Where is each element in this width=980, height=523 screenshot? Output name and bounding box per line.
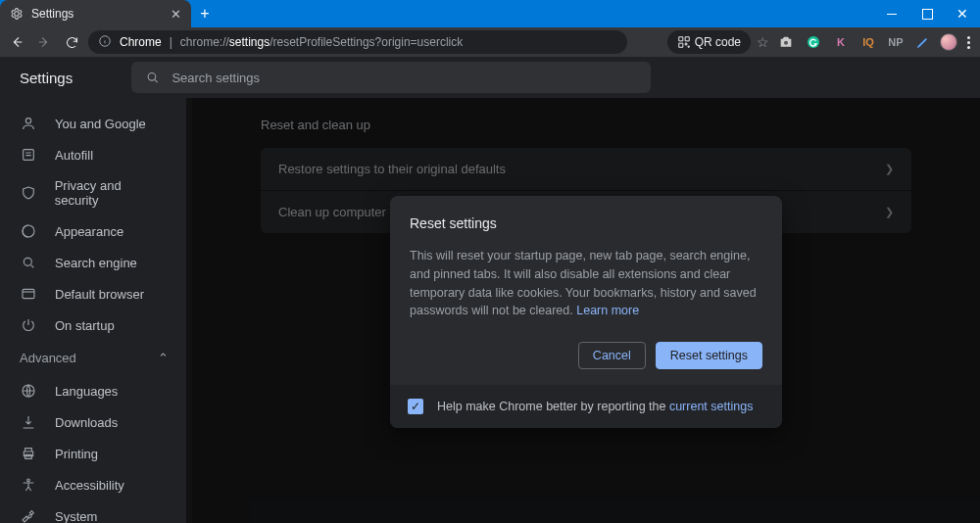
sidebar-item-label: Autofill: [55, 148, 93, 163]
settings-header: Settings: [0, 57, 980, 98]
sidebar-item-shield[interactable]: Privacy and security: [0, 170, 186, 215]
download-icon: [20, 414, 37, 430]
forward-button[interactable]: [33, 31, 55, 53]
sidebar-item-download[interactable]: Downloads: [0, 406, 186, 438]
learn-more-link[interactable]: Learn more: [576, 304, 639, 317]
sidebar-item-browser[interactable]: Default browser: [0, 278, 186, 309]
extension-pen-icon[interactable]: [912, 31, 934, 53]
reload-icon: [65, 35, 79, 50]
cancel-button[interactable]: Cancel: [578, 342, 646, 369]
settings-content: Reset and clean up Restore settings to t…: [192, 98, 980, 523]
sidebar-item-label: Search engine: [55, 256, 137, 270]
sidebar-item-label: System: [55, 509, 97, 524]
sidebar-item-globe[interactable]: Languages: [0, 375, 186, 406]
tab-strip: Settings ✕ + ✕: [0, 0, 980, 27]
settings-search-input[interactable]: [170, 70, 637, 86]
sidebar-item-label: Accessibility: [55, 478, 124, 493]
extension-iq[interactable]: IQ: [858, 31, 879, 53]
window-minimize-button[interactable]: [874, 0, 909, 27]
extension-grammarly-icon[interactable]: [803, 31, 824, 53]
tab-close-icon[interactable]: ✕: [171, 7, 181, 22]
window-maximize-button[interactable]: [909, 0, 945, 27]
svg-point-1: [784, 41, 788, 45]
reset-settings-button[interactable]: Reset settings: [656, 342, 762, 369]
sidebar-item-autofill[interactable]: Autofill: [0, 139, 186, 170]
report-checkbox[interactable]: ✓: [408, 399, 423, 414]
shield-icon: [20, 185, 37, 201]
svg-point-3: [148, 73, 156, 81]
chevron-up-icon: ⌃: [158, 351, 169, 365]
sidebar-item-appearance[interactable]: Appearance: [0, 215, 186, 247]
profile-avatar[interactable]: [940, 33, 957, 51]
autofill-icon: [20, 147, 37, 163]
svg-point-7: [24, 258, 31, 265]
settings-title: Settings: [20, 70, 73, 86]
person-icon: [20, 116, 37, 131]
search-icon: [20, 255, 37, 270]
a11y-icon: [20, 477, 37, 493]
sidebar-advanced-toggle[interactable]: Advanced ⌃: [0, 341, 186, 375]
chrome-menu-button[interactable]: [963, 36, 974, 49]
url-divider: |: [170, 35, 172, 49]
svg-point-4: [25, 119, 30, 123]
wrench-icon: [20, 508, 37, 523]
sidebar-item-label: Downloads: [55, 415, 118, 430]
qr-icon: [677, 35, 691, 49]
settings-sidebar: You and GoogleAutofillPrivacy and securi…: [0, 98, 186, 523]
svg-point-10: [27, 479, 30, 482]
gear-icon: [10, 7, 24, 21]
new-tab-button[interactable]: +: [191, 0, 219, 27]
sidebar-item-a11y[interactable]: Accessibility: [0, 469, 186, 500]
browser-icon: [20, 286, 37, 302]
appearance-icon: [20, 223, 37, 239]
sidebar-item-print[interactable]: Printing: [0, 438, 186, 469]
search-icon: [145, 70, 160, 85]
omnibox[interactable]: Chrome | chrome://settings/resetProfileS…: [88, 30, 627, 54]
extension-k[interactable]: K: [830, 31, 852, 53]
globe-icon: [20, 383, 37, 399]
dialog-footer: ✓ Help make Chrome better by reporting t…: [390, 385, 782, 428]
dialog-footer-text: Help make Chrome better by reporting the…: [437, 400, 753, 413]
svg-rect-5: [24, 150, 34, 161]
sidebar-item-label: Privacy and security: [55, 178, 167, 208]
extension-camera-icon[interactable]: [775, 31, 797, 53]
svg-rect-8: [23, 289, 34, 298]
sidebar-item-search[interactable]: Search engine: [0, 247, 186, 278]
reload-button[interactable]: [61, 31, 82, 53]
site-info-icon[interactable]: [98, 34, 112, 51]
window-controls: ✕: [874, 0, 980, 27]
bookmark-star-button[interactable]: ☆: [757, 34, 769, 50]
browser-tab[interactable]: Settings ✕: [0, 0, 191, 27]
qr-code-button[interactable]: QR code: [667, 30, 751, 54]
sidebar-item-label: On startup: [55, 318, 115, 333]
sidebar-item-label: Default browser: [55, 287, 144, 302]
current-settings-link[interactable]: current settings: [669, 400, 753, 413]
arrow-left-icon: [9, 34, 24, 50]
sidebar-item-power[interactable]: On startup: [0, 309, 186, 341]
settings-search[interactable]: [131, 62, 651, 93]
sidebar-item-label: You and Google: [55, 117, 146, 131]
sidebar-item-label: Printing: [55, 447, 98, 461]
sidebar-item-label: Appearance: [55, 224, 123, 239]
sidebar-item-wrench[interactable]: System: [0, 500, 186, 523]
print-icon: [20, 446, 37, 461]
extension-np[interactable]: NP: [885, 31, 906, 53]
sidebar-item-person[interactable]: You and Google: [0, 108, 186, 139]
reset-settings-dialog: Reset settings This will reset your star…: [390, 196, 782, 428]
arrow-right-icon: [36, 34, 52, 50]
back-button[interactable]: [6, 31, 27, 53]
window-close-button[interactable]: ✕: [945, 0, 980, 27]
dialog-title: Reset settings: [410, 215, 762, 231]
dialog-text: This will reset your startup page, new t…: [410, 247, 762, 320]
sidebar-item-label: Languages: [55, 384, 118, 399]
toolbar: Chrome | chrome://settings/resetProfileS…: [0, 27, 980, 57]
url-text: chrome://settings/resetProfileSettings?o…: [180, 35, 463, 49]
modal-overlay: Reset settings This will reset your star…: [192, 98, 980, 523]
tab-title: Settings: [31, 7, 163, 21]
power-icon: [20, 317, 37, 333]
url-scheme: Chrome: [120, 35, 162, 49]
